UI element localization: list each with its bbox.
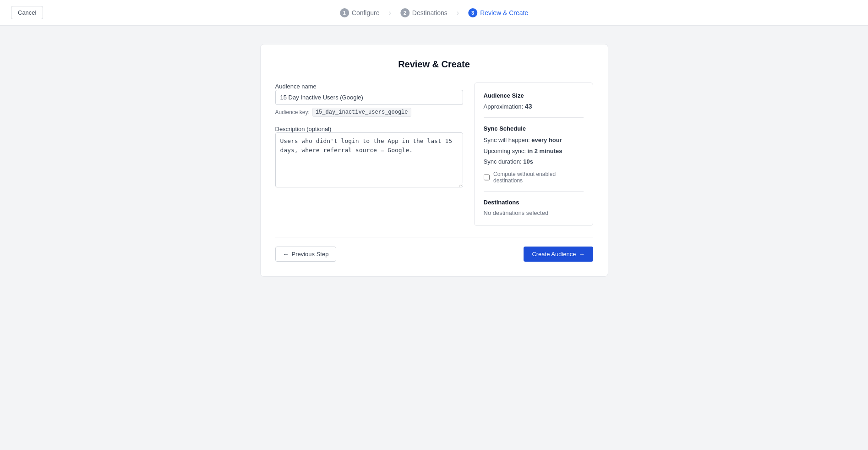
approximation-label: Approximation: xyxy=(484,103,524,110)
divider-2 xyxy=(484,191,584,192)
card-title: Review & Create xyxy=(275,59,593,70)
destinations-title: Destinations xyxy=(484,199,584,206)
compute-label[interactable]: Compute without enabled destinations xyxy=(493,171,583,184)
step-circle-destinations: 2 xyxy=(400,8,409,17)
approximation-value: 43 xyxy=(525,103,532,110)
review-card: Review & Create Audience name Audience k… xyxy=(260,44,608,277)
approximation-row: Approximation: 43 xyxy=(484,103,584,110)
cancel-button[interactable]: Cancel xyxy=(11,6,43,19)
sync-happens-row: Sync will happen: every hour xyxy=(484,136,584,145)
no-destinations-text: No destinations selected xyxy=(484,209,584,216)
sync-duration-label: Sync duration: xyxy=(484,158,522,165)
create-audience-button[interactable]: Create Audience → xyxy=(524,247,593,262)
sync-happens-value: every hour xyxy=(531,137,562,143)
sync-schedule-section: Sync Schedule Sync will happen: every ho… xyxy=(484,125,584,166)
step-destinations[interactable]: 2 Destinations xyxy=(391,8,457,17)
compute-checkbox-row: Compute without enabled destinations xyxy=(484,171,584,184)
step-label-review: Review & Create xyxy=(480,9,528,16)
card-body: Audience name Audience key: 15_day_inact… xyxy=(275,82,593,226)
destinations-section: Destinations No destinations selected xyxy=(484,199,584,216)
description-textarea[interactable]: Users who didn't login to the App in the… xyxy=(275,132,463,187)
previous-step-label: Previous Step xyxy=(292,251,329,258)
step-circle-configure: 1 xyxy=(340,8,349,17)
upcoming-sync-value: in 2 minutes xyxy=(528,148,562,154)
left-panel: Audience name Audience key: 15_day_inact… xyxy=(275,82,463,226)
description-field: Description (optional) Users who didn't … xyxy=(275,125,463,189)
sync-duration-value: 10s xyxy=(523,158,533,165)
compute-checkbox[interactable] xyxy=(484,174,490,181)
description-label: Description (optional) xyxy=(275,126,332,132)
audience-name-input[interactable] xyxy=(275,90,463,105)
sync-schedule-title: Sync Schedule xyxy=(484,125,584,132)
header: Cancel 1 Configure › 2 Destinations › 3 … xyxy=(0,0,868,26)
step-label-configure: Configure xyxy=(352,9,380,16)
audience-name-label: Audience name xyxy=(275,83,317,90)
divider-1 xyxy=(484,117,584,118)
audience-name-field: Audience name Audience key: 15_day_inact… xyxy=(275,82,463,117)
step-circle-review: 3 xyxy=(468,8,477,17)
audience-key-row: Audience key: 15_day_inactive_users_goog… xyxy=(275,108,463,117)
card-footer: ← Previous Step Create Audience → xyxy=(275,237,593,262)
upcoming-sync-row: Upcoming sync: in 2 minutes xyxy=(484,147,584,156)
main-content: Review & Create Audience name Audience k… xyxy=(0,26,868,295)
upcoming-sync-label: Upcoming sync: xyxy=(484,148,526,154)
step-review[interactable]: 3 Review & Create xyxy=(459,8,537,17)
step-configure[interactable]: 1 Configure xyxy=(331,8,389,17)
create-audience-label: Create Audience xyxy=(532,251,576,258)
sync-happens-label: Sync will happen: xyxy=(484,137,530,143)
audience-key-label: Audience key: xyxy=(275,109,310,115)
steps-nav: 1 Configure › 2 Destinations › 3 Review … xyxy=(331,8,537,17)
audience-size-title: Audience Size xyxy=(484,92,584,99)
previous-step-button[interactable]: ← Previous Step xyxy=(275,247,337,262)
prev-arrow-icon: ← xyxy=(283,251,289,258)
audience-size-section: Audience Size Approximation: 43 xyxy=(484,92,584,110)
audience-key-value: 15_day_inactive_users_google xyxy=(312,108,411,117)
step-label-destinations: Destinations xyxy=(412,9,448,16)
right-panel: Audience Size Approximation: 43 Sync Sch… xyxy=(474,82,593,226)
sync-duration-row: Sync duration: 10s xyxy=(484,157,584,166)
create-arrow-icon: → xyxy=(579,251,585,258)
